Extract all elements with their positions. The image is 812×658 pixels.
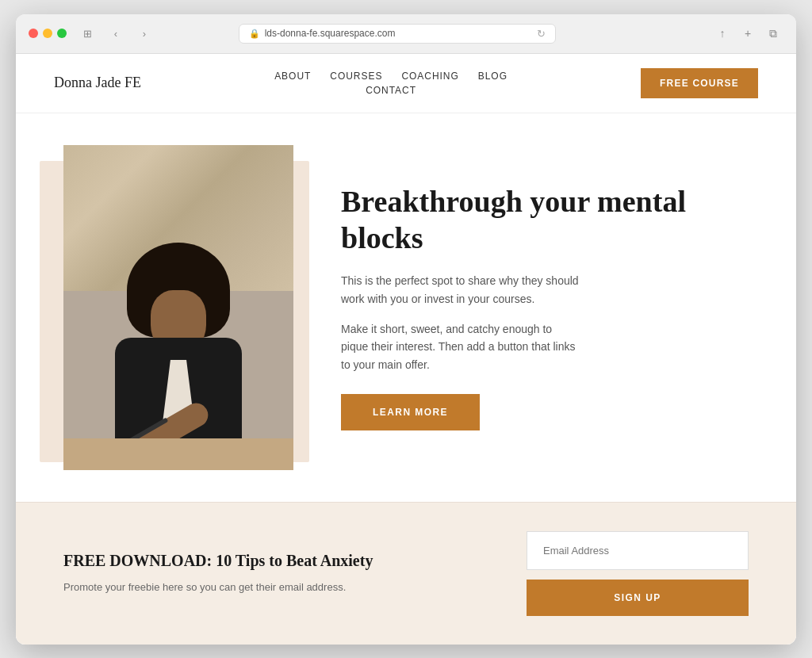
tab-overview-button[interactable]: ⧉ <box>763 25 783 42</box>
back-button[interactable]: ‹ <box>105 25 127 42</box>
nav-about[interactable]: ABOUT <box>274 71 311 82</box>
free-download-form: SIGN UP <box>527 531 749 616</box>
nav-row-bottom: CONTACT <box>366 85 416 96</box>
traffic-lights <box>29 29 67 38</box>
figure-table <box>63 438 293 470</box>
lock-icon: 🔒 <box>249 29 260 39</box>
site-nav: ABOUT COURSES COACHING BLOG CONTACT <box>274 71 508 96</box>
browser-actions: ↑ + ⧉ <box>712 25 783 42</box>
free-download-section: FREE DOWNLOAD: 10 Tips to Beat Anxiety P… <box>16 502 796 645</box>
nav-contact[interactable]: CONTACT <box>366 85 416 96</box>
sign-up-button[interactable]: SIGN UP <box>527 580 749 616</box>
sidebar-toggle-button[interactable]: ⊞ <box>76 25 98 42</box>
nav-blog[interactable]: BLOG <box>478 71 508 82</box>
hero-content: Breakthrough your mental blocks This is … <box>341 184 749 430</box>
close-button[interactable] <box>29 29 38 38</box>
address-bar[interactable]: 🔒 lds-donna-fe.squarespace.com ↻ <box>239 24 556 44</box>
minimize-button[interactable] <box>43 29 52 38</box>
hero-section: Breakthrough your mental blocks This is … <box>16 113 796 502</box>
url-text: lds-donna-fe.squarespace.com <box>265 28 396 39</box>
hero-description-1: This is the perfect spot to share why th… <box>341 272 579 308</box>
new-tab-button[interactable]: + <box>737 25 758 42</box>
hero-description-2: Make it short, sweet, and catchy enough … <box>341 320 579 373</box>
nav-coaching[interactable]: COACHING <box>401 71 458 82</box>
browser-controls: ⊞ ‹ › <box>76 25 155 42</box>
site-header: Donna Jade FE ABOUT COURSES COACHING BLO… <box>16 54 796 113</box>
image-figure <box>63 243 293 470</box>
learn-more-button[interactable]: LEARN MORE <box>341 394 480 430</box>
nav-row-top: ABOUT COURSES COACHING BLOG <box>274 71 508 82</box>
hero-image-container <box>63 145 293 470</box>
site-logo: Donna Jade FE <box>54 75 141 91</box>
nav-courses[interactable]: COURSES <box>330 71 382 82</box>
maximize-button[interactable] <box>57 29 67 38</box>
reload-icon[interactable]: ↻ <box>537 28 546 40</box>
hero-image <box>63 145 293 470</box>
share-button[interactable]: ↑ <box>712 25 733 42</box>
free-download-title: FREE DOWNLOAD: 10 Tips to Beat Anxiety <box>63 552 495 570</box>
free-download-text: FREE DOWNLOAD: 10 Tips to Beat Anxiety P… <box>63 552 495 595</box>
forward-button[interactable]: › <box>133 25 155 42</box>
free-download-description: Promote your freebie here so you can get… <box>63 580 495 595</box>
browser-chrome: ⊞ ‹ › 🔒 lds-donna-fe.squarespace.com ↻ ↑… <box>16 14 796 54</box>
email-input[interactable] <box>527 531 749 570</box>
free-course-button[interactable]: FREE COURSE <box>641 68 758 98</box>
browser-window: ⊞ ‹ › 🔒 lds-donna-fe.squarespace.com ↻ ↑… <box>16 14 796 645</box>
hero-title: Breakthrough your mental blocks <box>341 184 749 256</box>
website: Donna Jade FE ABOUT COURSES COACHING BLO… <box>16 54 796 645</box>
